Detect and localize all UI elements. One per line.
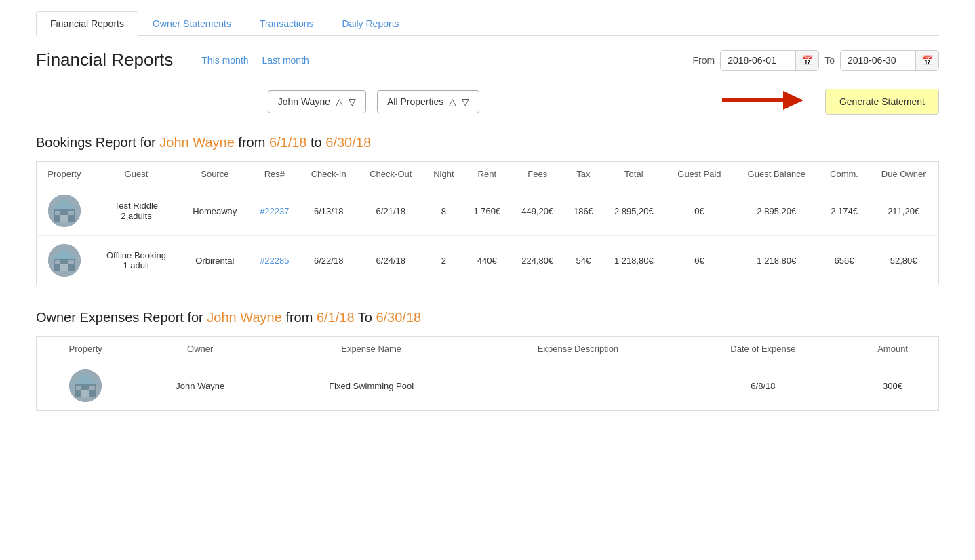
col-guest-paid: Guest Paid bbox=[665, 162, 734, 186]
svg-rect-6 bbox=[55, 211, 60, 215]
owner-select[interactable]: John Wayne △▽ bbox=[268, 90, 366, 113]
cell-tax: 186€ bbox=[564, 186, 602, 236]
bookings-report-section: Bookings Report for John Wayne from 6/1/… bbox=[36, 135, 939, 285]
svg-rect-5 bbox=[60, 215, 68, 222]
svg-rect-7 bbox=[68, 211, 74, 215]
exp-col-expense-desc: Expense Description bbox=[477, 337, 679, 361]
controls-left: John Wayne △▽ All Properties △▽ bbox=[36, 90, 711, 113]
date-range: From 📅 To 📅 bbox=[693, 50, 939, 71]
expenses-report-title: Owner Expenses Report for John Wayne fro… bbox=[36, 310, 939, 325]
date-shortcuts: This month Last month bbox=[201, 55, 684, 66]
cell-res[interactable]: #22285 bbox=[250, 236, 300, 285]
cell-guest-balance: 1 218,80€ bbox=[734, 236, 820, 285]
svg-rect-19 bbox=[89, 386, 95, 390]
from-calendar-button[interactable]: 📅 bbox=[795, 51, 818, 70]
from-label: From bbox=[693, 55, 715, 66]
cell-guest: Offline Booking1 adult bbox=[92, 236, 180, 285]
cell-res[interactable]: #22237 bbox=[250, 186, 300, 236]
cell-checkout: 6/24/18 bbox=[357, 236, 424, 285]
exp-cell-property bbox=[37, 361, 135, 411]
cell-source: Orbirental bbox=[180, 236, 250, 285]
exp-col-expense-name: Expense Name bbox=[266, 337, 477, 361]
svg-rect-13 bbox=[68, 260, 74, 264]
cell-checkout: 6/21/18 bbox=[357, 186, 424, 236]
col-guest-balance: Guest Balance bbox=[734, 162, 820, 186]
col-property: Property bbox=[37, 162, 92, 186]
expenses-table: Property Owner Expense Name Expense Desc… bbox=[36, 336, 939, 411]
exp-cell-expense-name: Fixed Swimming Pool bbox=[266, 361, 477, 411]
exp-col-amount: Amount bbox=[847, 337, 938, 361]
table-row: Offline Booking1 adult Orbirental #22285… bbox=[37, 236, 939, 285]
cell-fees: 224,80€ bbox=[511, 236, 564, 285]
col-due-owner: Due Owner bbox=[869, 162, 938, 186]
cell-property bbox=[37, 186, 92, 236]
last-month-link[interactable]: Last month bbox=[262, 55, 309, 66]
exp-cell-date: 6/8/18 bbox=[679, 361, 847, 411]
exp-cell-expense-desc bbox=[477, 361, 679, 411]
tab-bar: Financial Reports Owner Statements Trans… bbox=[36, 11, 939, 36]
cell-total: 2 895,20€ bbox=[603, 186, 666, 236]
property-select[interactable]: All Properties △▽ bbox=[377, 90, 479, 113]
cell-guest: Test Riddle2 adults bbox=[92, 186, 180, 236]
cell-guest-paid: 0€ bbox=[665, 186, 734, 236]
cell-guest-paid: 0€ bbox=[665, 236, 734, 285]
cell-due-owner: 52,80€ bbox=[869, 236, 938, 285]
tab-owner-statements[interactable]: Owner Statements bbox=[138, 11, 245, 36]
to-label: To bbox=[824, 55, 835, 66]
col-checkin: Check-In bbox=[300, 162, 357, 186]
cell-comm: 656€ bbox=[820, 236, 869, 285]
cell-guest-balance: 2 895,20€ bbox=[734, 186, 820, 236]
cell-due-owner: 211,20€ bbox=[869, 186, 938, 236]
red-arrow-indicator bbox=[722, 87, 803, 116]
svg-rect-17 bbox=[81, 390, 89, 397]
table-row: Test Riddle2 adults Homeaway #22237 6/13… bbox=[37, 186, 939, 236]
exp-cell-amount: 300€ bbox=[847, 361, 938, 411]
controls-right: Generate Statement bbox=[722, 87, 939, 116]
bookings-table: Property Guest Source Res# Check-In Chec… bbox=[36, 161, 939, 285]
col-res: Res# bbox=[250, 162, 300, 186]
col-checkout: Check-Out bbox=[357, 162, 424, 186]
table-row: John Wayne Fixed Swimming Pool 6/8/18 30… bbox=[37, 361, 939, 411]
cell-checkin: 6/22/18 bbox=[300, 236, 357, 285]
property-avatar bbox=[48, 195, 81, 227]
property-avatar bbox=[48, 244, 81, 277]
header-row: Financial Reports This month Last month … bbox=[36, 49, 939, 71]
cell-rent: 1 760€ bbox=[463, 186, 511, 236]
exp-col-property: Property bbox=[37, 337, 135, 361]
cell-night: 2 bbox=[424, 236, 463, 285]
page-title: Financial Reports bbox=[36, 49, 173, 71]
from-date-wrapper: 📅 bbox=[720, 50, 819, 71]
to-date-input[interactable] bbox=[841, 51, 915, 70]
cell-comm: 2 174€ bbox=[820, 186, 869, 236]
owner-select-arrow-down-icon: ▽ bbox=[349, 96, 356, 107]
svg-rect-18 bbox=[76, 386, 81, 390]
exp-col-date: Date of Expense bbox=[679, 337, 847, 361]
tab-transactions[interactable]: Transactions bbox=[245, 11, 328, 36]
exp-col-owner: Owner bbox=[134, 337, 266, 361]
bookings-report-title: Bookings Report for John Wayne from 6/1/… bbox=[36, 135, 939, 151]
cell-fees: 449,20€ bbox=[511, 186, 564, 236]
col-total: Total bbox=[603, 162, 666, 186]
cell-night: 8 bbox=[424, 186, 463, 236]
controls-row: John Wayne △▽ All Properties △▽ Generate… bbox=[36, 87, 939, 116]
svg-rect-11 bbox=[60, 264, 68, 271]
exp-cell-owner: John Wayne bbox=[134, 361, 266, 411]
col-source: Source bbox=[180, 162, 250, 186]
col-rent: Rent bbox=[463, 162, 511, 186]
col-comm: Comm. bbox=[820, 162, 869, 186]
to-date-wrapper: 📅 bbox=[840, 50, 939, 71]
tab-financial-reports[interactable]: Financial Reports bbox=[36, 11, 138, 36]
col-night: Night bbox=[424, 162, 463, 186]
bookings-table-header-row: Property Guest Source Res# Check-In Chec… bbox=[37, 162, 939, 186]
tab-daily-reports[interactable]: Daily Reports bbox=[328, 11, 414, 36]
generate-statement-button[interactable]: Generate Statement bbox=[825, 89, 939, 115]
col-guest: Guest bbox=[92, 162, 180, 186]
this-month-link[interactable]: This month bbox=[201, 55, 248, 66]
property-select-arrow-icon: △ bbox=[449, 96, 456, 107]
owner-select-arrow-icon: △ bbox=[336, 96, 343, 107]
cell-source: Homeaway bbox=[180, 186, 250, 236]
svg-marker-1 bbox=[783, 91, 803, 110]
cell-rent: 440€ bbox=[463, 236, 511, 285]
to-calendar-button[interactable]: 📅 bbox=[915, 51, 938, 70]
from-date-input[interactable] bbox=[721, 51, 795, 70]
